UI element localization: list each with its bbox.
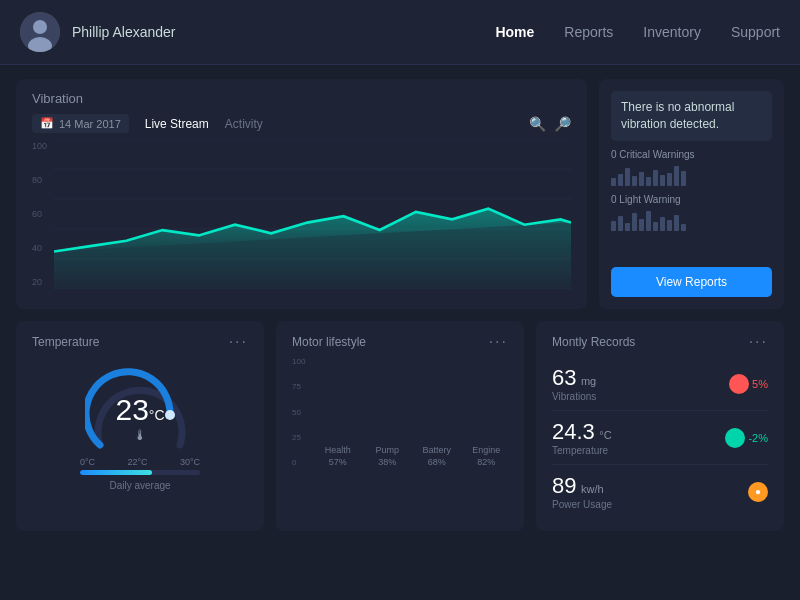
tab-livestream[interactable]: Live Stream xyxy=(139,115,215,133)
nav-reports[interactable]: Reports xyxy=(564,24,613,40)
mini-bar xyxy=(611,221,616,231)
metric-temp-value: 24.3 xyxy=(552,419,595,444)
motor-title: Motor lifestyle xyxy=(292,335,366,349)
motor-card: Motor lifestyle ··· 100 75 50 25 0 xyxy=(276,321,524,531)
zoom-in-icon[interactable]: 🔍 xyxy=(529,116,546,132)
temp-slider-labels: 0°C 22°C 30°C xyxy=(80,457,200,467)
critical-warnings-section: 0 Critical Warnings xyxy=(611,149,772,186)
mini-bar xyxy=(660,217,665,231)
vibration-line-chart xyxy=(54,139,571,289)
alert-message: There is no abnormal vibration detected. xyxy=(611,91,772,141)
bar-pct-battery: 68% xyxy=(428,457,446,467)
metric-temp-name: Temperature xyxy=(552,445,612,456)
nav-inventory[interactable]: Inventory xyxy=(643,24,701,40)
chart-svg-container xyxy=(54,139,571,289)
bottom-row: Temperature ··· 🌡 23 xyxy=(16,321,784,531)
mini-bar xyxy=(653,170,658,186)
avatar xyxy=(20,12,60,52)
monthly-records-card: Montly Records ··· 63 mg Vibrations ▲ 5% xyxy=(536,321,784,531)
nav-username: Phillip Alexander xyxy=(72,24,176,40)
light-warning-label: 0 Light Warning xyxy=(611,194,772,205)
power-badge-circle: ● xyxy=(748,482,768,502)
temp-value: 23°C xyxy=(115,393,164,427)
metric-vibrations-unit: mg xyxy=(581,375,596,387)
svg-text:🌡: 🌡 xyxy=(133,427,147,443)
temp-footer: 0°C 22°C 30°C Daily average xyxy=(80,457,200,491)
metric-power-badge: ● xyxy=(748,482,768,502)
temp-title: Temperature xyxy=(32,335,99,349)
tab-activity[interactable]: Activity xyxy=(225,117,263,131)
mini-bar xyxy=(639,219,644,231)
mini-bar xyxy=(674,215,679,231)
bar-pct-engine: 82% xyxy=(477,457,495,467)
metric-temp-info: 24.3 °C Temperature xyxy=(552,419,612,456)
vibration-chart-area: 100 80 60 40 20 xyxy=(32,139,571,289)
mini-bar xyxy=(639,172,644,186)
monthly-title: Montly Records xyxy=(552,335,635,349)
metric-row-temperature: 24.3 °C Temperature ▼ -2% xyxy=(552,411,768,465)
date-badge: 📅 14 Mar 2017 xyxy=(32,114,129,133)
mini-bar xyxy=(653,222,658,231)
light-warning-section: 0 Light Warning xyxy=(611,194,772,231)
mini-bar xyxy=(618,216,623,231)
mini-bar xyxy=(667,220,672,231)
y-axis-labels: 100 80 60 40 20 xyxy=(32,139,54,289)
mini-bar xyxy=(632,213,637,231)
motor-y-labels: 100 75 50 25 0 xyxy=(292,357,305,467)
temp-badge-circle: ▼ xyxy=(725,428,745,448)
mini-bar xyxy=(646,211,651,231)
mini-bar xyxy=(625,168,630,186)
mini-bar xyxy=(660,175,665,186)
nav-left: Phillip Alexander xyxy=(20,12,495,52)
metric-temp-unit: °C xyxy=(599,429,611,441)
bar-pct-health: 57% xyxy=(329,457,347,467)
metric-vibrations-info: 63 mg Vibrations xyxy=(552,365,596,402)
bar-col-engine: Engine 82% xyxy=(465,443,509,467)
mini-bar xyxy=(611,178,616,186)
top-row: Vibration 📅 14 Mar 2017 Live Stream Acti… xyxy=(16,79,784,309)
svg-point-1 xyxy=(33,20,47,34)
bar-label-battery: Battery xyxy=(422,445,451,455)
view-reports-button[interactable]: View Reports xyxy=(611,267,772,297)
gauge-wrapper: 🌡 23°C xyxy=(85,365,195,455)
light-warning-bars xyxy=(611,209,772,231)
bar-label-pump: Pump xyxy=(375,445,399,455)
bar-col-battery: Battery 68% xyxy=(415,443,459,467)
metric-vibrations-value: 63 xyxy=(552,365,576,390)
motor-card-header: Motor lifestyle ··· xyxy=(292,333,508,351)
mini-bar xyxy=(632,176,637,186)
nav-links: Home Reports Inventory Support xyxy=(495,24,780,40)
monthly-card-header: Montly Records ··· xyxy=(552,333,768,351)
alerts-card: There is no abnormal vibration detected.… xyxy=(599,79,784,309)
mini-bar xyxy=(625,223,630,231)
metric-vibrations-badge: ▲ 5% xyxy=(729,374,768,394)
temp-dots-menu[interactable]: ··· xyxy=(229,333,248,351)
bar-col-health: Health 57% xyxy=(316,441,360,467)
metric-power-value: 89 xyxy=(552,473,576,498)
metric-power-unit: kw/h xyxy=(581,483,604,495)
daily-avg: Daily average xyxy=(109,480,170,491)
bar-label-health: Health xyxy=(325,445,351,455)
critical-warnings-label: 0 Critical Warnings xyxy=(611,149,772,160)
vibrations-badge-circle: ▲ xyxy=(729,374,749,394)
monthly-dots-menu[interactable]: ··· xyxy=(749,333,768,351)
calendar-icon: 📅 xyxy=(40,117,54,130)
mini-bar xyxy=(646,177,651,186)
mini-bar xyxy=(667,173,672,186)
zoom-icons: 🔍 🔎 xyxy=(529,116,571,132)
motor-dots-menu[interactable]: ··· xyxy=(489,333,508,351)
temp-slider-bar[interactable] xyxy=(80,470,200,475)
nav-support[interactable]: Support xyxy=(731,24,780,40)
bar-label-engine: Engine xyxy=(472,445,500,455)
metric-temp-badge: ▼ -2% xyxy=(725,428,768,448)
nav-home[interactable]: Home xyxy=(495,24,534,40)
date-value: 14 Mar 2017 xyxy=(59,118,121,130)
metric-power-name: Power Usage xyxy=(552,499,612,510)
main-content: Vibration 📅 14 Mar 2017 Live Stream Acti… xyxy=(0,65,800,545)
metric-row-vibrations: 63 mg Vibrations ▲ 5% xyxy=(552,357,768,411)
bars-group: Health 57% Pump 38% xyxy=(316,357,508,487)
metric-power-info: 89 kw/h Power Usage xyxy=(552,473,612,510)
mini-bar xyxy=(674,166,679,186)
svg-point-10 xyxy=(165,410,175,420)
zoom-out-icon[interactable]: 🔎 xyxy=(554,116,571,132)
